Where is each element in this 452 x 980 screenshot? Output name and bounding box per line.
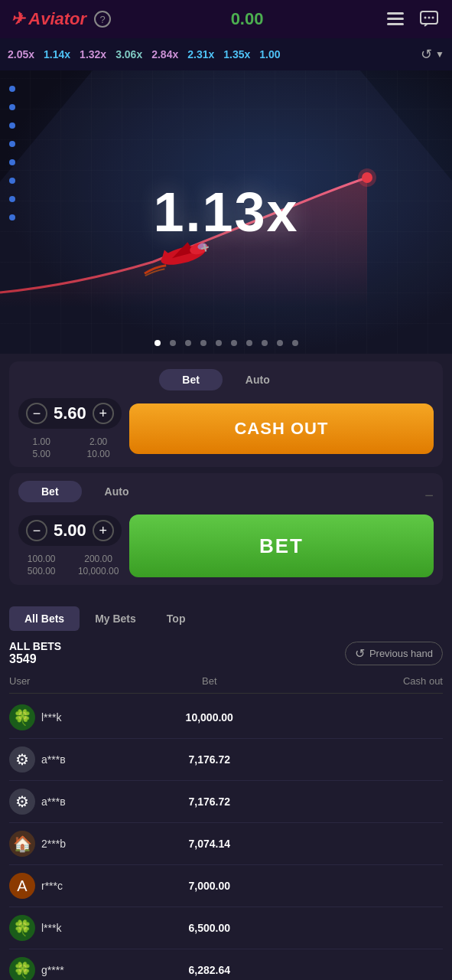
- left-dot-1: [9, 86, 15, 92]
- game-canvas: 1.13x: [0, 70, 452, 354]
- cash-out-button[interactable]: CASH OUT: [129, 403, 434, 454]
- menu-button[interactable]: [383, 7, 408, 31]
- multiplier-bar: 2.05x 1.14x 1.32x 3.06x 2.84x 2.31x 1.35…: [0, 38, 452, 70]
- mult-item-5[interactable]: 2.31x: [187, 46, 214, 63]
- mult-item-0[interactable]: 2.05x: [8, 46, 34, 63]
- mult-item-2[interactable]: 1.32x: [80, 46, 106, 63]
- mult-item-6[interactable]: 1.35x: [223, 46, 250, 63]
- username: l***k: [41, 711, 61, 724]
- panel-2-tabs: Bet Auto: [18, 481, 151, 502]
- panel-2-row: − 5.00 + 100.00 200.00 500.00 10,000.00 …: [18, 514, 434, 577]
- mult-item-7[interactable]: 1.00: [259, 46, 280, 63]
- panel-2-increase-button[interactable]: +: [93, 520, 114, 541]
- panel-1-presets: 1.00 2.00 5.00 10.00: [18, 436, 122, 459]
- bet-amount: 7,176.72: [132, 795, 288, 808]
- panel-1-tab-auto[interactable]: Auto: [223, 369, 293, 390]
- user-cell: ⚙ a***в: [9, 746, 132, 773]
- dot-4: [200, 340, 206, 346]
- dot-1: [154, 340, 161, 346]
- chat-button[interactable]: [417, 7, 441, 31]
- bet-panel-2: Bet Auto − − 5.00 + 100.00 200.00 500.00…: [9, 473, 443, 585]
- avatar: A: [9, 873, 35, 899]
- preset-1-00[interactable]: 1.00: [18, 436, 64, 447]
- panel-1-tabs: Bet Auto: [18, 369, 434, 390]
- left-dot-6: [9, 178, 15, 184]
- prev-hand-label: Previous hand: [369, 648, 433, 659]
- panel-2-decrease-button[interactable]: −: [26, 520, 47, 541]
- left-dot-4: [9, 141, 15, 147]
- dot-10: [292, 340, 298, 346]
- username: a***в: [41, 753, 66, 766]
- bet-button[interactable]: BET: [129, 514, 434, 577]
- avatar: 🍀: [9, 704, 35, 730]
- preset-500[interactable]: 500.00: [18, 566, 64, 577]
- bets-table-body: 🍀 l***k 10,000.00 ⚙ a***в 7,176.72 ⚙ a**…: [9, 697, 443, 980]
- preset-10-00[interactable]: 10.00: [75, 449, 121, 459]
- preset-200[interactable]: 200.00: [75, 554, 121, 564]
- panel-2-amount-value: 5.00: [54, 521, 86, 541]
- panel-1-increase-button[interactable]: +: [93, 403, 114, 424]
- dot-8: [262, 340, 268, 346]
- user-cell: 🍀 l***k: [9, 915, 132, 941]
- balance-display: 0.00: [231, 9, 264, 29]
- col-cashout-header: Cash out: [288, 675, 444, 687]
- table-header: User Bet Cash out: [9, 672, 443, 694]
- panel-1-row: − 5.60 + 1.00 2.00 5.00 10.00 CASH OUT: [18, 398, 434, 459]
- preset-2-00[interactable]: 2.00: [75, 436, 121, 447]
- left-dot-3: [9, 122, 15, 129]
- avatar: 🏠: [9, 831, 35, 857]
- panel-1-amount-value: 5.60: [54, 403, 86, 423]
- dot-6: [231, 340, 237, 346]
- bets-header-row: ALL BETS 3549 ↺ Previous hand: [9, 640, 443, 666]
- left-dot-8: [9, 214, 15, 220]
- bets-section: All Bets My Bets Top ALL BETS 3549 ↺ Pre…: [0, 599, 452, 980]
- panel-2-collapse-button[interactable]: −: [424, 487, 434, 505]
- history-icon[interactable]: ↺: [421, 46, 432, 63]
- header-right: [383, 7, 441, 31]
- logo-text: Aviator: [28, 9, 86, 28]
- previous-hand-button[interactable]: ↺ Previous hand: [345, 642, 443, 665]
- refresh-icon: ↺: [355, 646, 365, 661]
- svg-rect-2: [387, 23, 404, 25]
- bet-panels: Bet Auto − 5.60 + 1.00 2.00 5.00 10.00 C…: [0, 354, 452, 599]
- header-left: ✈ Aviator ?: [11, 9, 111, 29]
- mult-controls: ↺ ▼: [421, 46, 444, 63]
- avatar: ⚙: [9, 746, 35, 773]
- left-dot-2: [9, 104, 15, 110]
- panel-2-tab-bet[interactable]: Bet: [18, 481, 82, 502]
- dot-9: [277, 340, 283, 346]
- table-row: A r***c 7,000.00: [9, 865, 443, 907]
- dot-5: [216, 340, 222, 346]
- tab-my-bets[interactable]: My Bets: [80, 606, 151, 631]
- user-cell: 🍀 g****: [9, 957, 132, 980]
- mult-item-4[interactable]: 2.84x: [151, 46, 178, 63]
- username: 2***b: [41, 838, 66, 850]
- table-row: 🍀 l***k 10,000.00: [9, 697, 443, 739]
- left-dot-5: [9, 159, 15, 165]
- tab-all-bets[interactable]: All Bets: [9, 606, 80, 631]
- preset-10000[interactable]: 10,000.00: [75, 566, 121, 577]
- multiplier-value: 1.13x: [153, 181, 298, 243]
- chevron-down-icon[interactable]: ▼: [435, 49, 444, 60]
- avatar: 🍀: [9, 915, 35, 941]
- left-dot-7: [9, 196, 15, 202]
- preset-100[interactable]: 100.00: [18, 554, 64, 564]
- help-button[interactable]: ?: [94, 11, 111, 28]
- header: ✈ Aviator ? 0.00: [0, 0, 452, 38]
- bet-amount: 7,000.00: [132, 880, 288, 892]
- table-row: 🍀 g**** 6,282.64: [9, 949, 443, 980]
- panel-1-decrease-button[interactable]: −: [26, 403, 47, 424]
- mult-item-1[interactable]: 1.14x: [44, 46, 70, 63]
- bet-amount: 7,074.14: [132, 838, 288, 850]
- bets-tabs: All Bets My Bets Top: [9, 606, 443, 631]
- table-row: 🍀 l***k 6,500.00: [9, 907, 443, 949]
- mult-item-3[interactable]: 3.06x: [115, 46, 142, 63]
- user-cell: ⚙ a***в: [9, 789, 132, 815]
- bets-count: 3549: [9, 652, 61, 666]
- panel-1-tab-bet[interactable]: Bet: [159, 369, 223, 390]
- dot-2: [170, 340, 176, 346]
- tab-top[interactable]: Top: [151, 606, 201, 631]
- panel-2-tab-auto[interactable]: Auto: [82, 481, 152, 502]
- preset-5-00[interactable]: 5.00: [18, 449, 64, 459]
- bet-amount: 10,000.00: [132, 711, 288, 724]
